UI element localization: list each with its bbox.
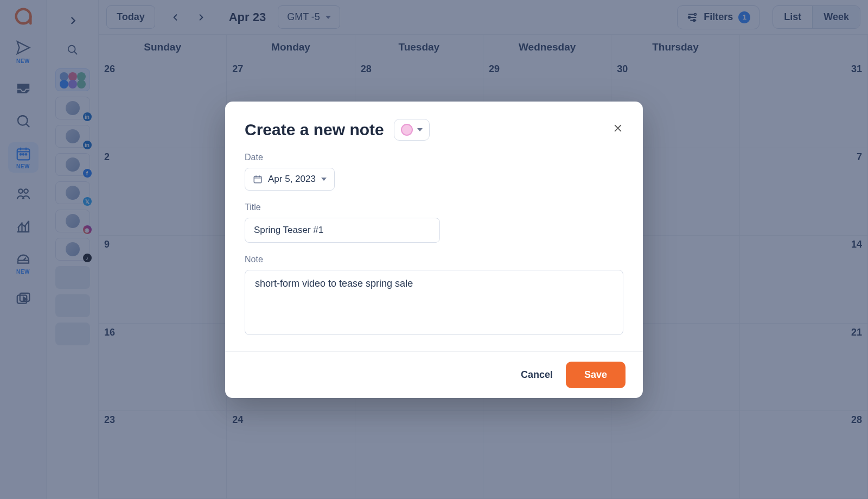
note-field-label: Note bbox=[245, 255, 623, 264]
calendar-icon bbox=[253, 174, 263, 184]
chevron-down-icon bbox=[417, 128, 423, 131]
close-icon bbox=[612, 123, 623, 134]
note-textarea[interactable] bbox=[245, 270, 623, 335]
note-color-picker[interactable] bbox=[394, 119, 430, 141]
date-picker[interactable]: Apr 5, 2023 bbox=[245, 168, 335, 191]
modal-title: Create a new note bbox=[245, 121, 384, 139]
date-value: Apr 5, 2023 bbox=[268, 174, 316, 185]
modal-overlay[interactable]: Create a new note Date Apr 5, 2023 Title… bbox=[0, 0, 868, 499]
chevron-down-icon bbox=[321, 178, 327, 181]
date-field-label: Date bbox=[245, 153, 623, 162]
title-input[interactable] bbox=[245, 218, 440, 243]
svg-rect-14 bbox=[254, 176, 261, 182]
create-note-modal: Create a new note Date Apr 5, 2023 Title… bbox=[225, 102, 643, 398]
title-field-label: Title bbox=[245, 203, 623, 212]
cancel-button[interactable]: Cancel bbox=[521, 369, 553, 381]
save-button[interactable]: Save bbox=[566, 362, 626, 388]
color-swatch bbox=[401, 124, 413, 136]
close-modal-button[interactable] bbox=[612, 123, 623, 137]
